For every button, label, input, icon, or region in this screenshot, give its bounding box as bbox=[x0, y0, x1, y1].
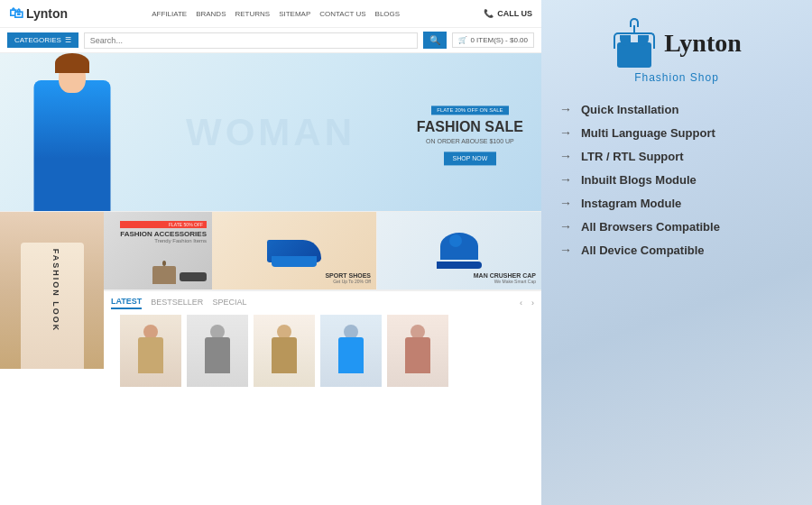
feature-item-3: → Inbuilt Blogs Module bbox=[559, 172, 794, 187]
product-section: FASHION LOOK FLATE bbox=[0, 211, 541, 369]
tab-nav-next[interactable]: › bbox=[531, 298, 534, 308]
accessories-title: FASHION ACCESSORIES bbox=[120, 230, 207, 238]
feature-label-1: Multi Language Support bbox=[581, 126, 715, 140]
feature-item-0: → Quick Installation bbox=[559, 102, 794, 116]
accessories-badge: FLATE 50% OFF bbox=[120, 221, 207, 228]
right-products: FLATE 50% OFF FASHION ACCESSORIES Trendy… bbox=[104, 212, 541, 369]
hero-title: FASHION SALE bbox=[417, 118, 523, 135]
hero-text-area: FLATE 20% OFF ON SALE FASHION SALE ON OR… bbox=[417, 99, 523, 165]
thumb-4[interactable] bbox=[320, 315, 382, 387]
arrow-icon-2: → bbox=[559, 149, 572, 163]
feature-label-6: All Device Compatible bbox=[581, 243, 705, 257]
thumb-1[interactable] bbox=[120, 315, 181, 387]
search-input[interactable] bbox=[84, 32, 419, 49]
nav-brands[interactable]: BRANDS bbox=[196, 10, 226, 18]
tab-latest[interactable]: LATEST bbox=[111, 297, 142, 309]
promo-badge: FLATE 20% OFF ON SALE bbox=[431, 106, 508, 115]
hero-watermark: WOMAN bbox=[186, 111, 355, 154]
logo-icon: 🛍 bbox=[9, 5, 23, 22]
woman-hair bbox=[55, 53, 89, 73]
cart-area[interactable]: 🛒 0 ITEM(S) - $0.00 bbox=[452, 32, 534, 48]
feature-label-4: Instagram Module bbox=[581, 197, 681, 210]
arrow-icon-6: → bbox=[559, 243, 572, 257]
feature-label-3: Inbuilt Blogs Module bbox=[581, 173, 697, 187]
tab-nav-prev[interactable]: ‹ bbox=[520, 298, 522, 308]
logo-text: Lynton bbox=[26, 6, 68, 21]
site-logo: 🛍 Lynton bbox=[9, 5, 68, 22]
bottom-products-area: LATEST BESTSELLER SPECIAL ‹ › bbox=[104, 290, 541, 369]
right-panel: Lynton Fhashion Shop → Quick Installatio… bbox=[541, 0, 812, 505]
accessories-text: FLATE 50% OFF FASHION ACCESSORIES Trendy… bbox=[120, 221, 207, 243]
feature-label-5: All Browsers Compatible bbox=[581, 220, 720, 234]
shoes-text: SPORT SHOES Get Up To 20% Off bbox=[325, 272, 371, 284]
feature-item-6: → All Device Compatible bbox=[559, 243, 794, 257]
feature-item-2: → LTR / RTL Support bbox=[559, 149, 794, 163]
shoes-title: SPORT SHOES bbox=[325, 272, 371, 279]
feature-label-2: LTR / RTL Support bbox=[581, 150, 684, 163]
fashion-look-panel: FASHION LOOK bbox=[0, 212, 104, 369]
brand-hanger-icon bbox=[612, 18, 657, 68]
tab-special[interactable]: SPECIAL bbox=[212, 298, 246, 308]
menu-icon: ☰ bbox=[65, 36, 71, 44]
latest-tabs: LATEST BESTSELLER SPECIAL ‹ › bbox=[111, 297, 534, 309]
nav-affiliate[interactable]: AFFILIATE bbox=[152, 10, 187, 18]
accessories-product: FLATE 50% OFF FASHION ACCESSORIES Trendy… bbox=[104, 212, 212, 289]
arrow-icon-1: → bbox=[559, 125, 572, 140]
brand-name: Lynton bbox=[664, 29, 742, 58]
search-button[interactable]: 🔍 bbox=[423, 32, 447, 49]
nav-contact[interactable]: CONTACT US bbox=[319, 10, 365, 18]
top-products: FLATE 50% OFF FASHION ACCESSORIES Trendy… bbox=[104, 212, 541, 290]
nav-blogs[interactable]: BLOGS bbox=[375, 10, 401, 18]
cart-label: 0 ITEM(S) - $0.00 bbox=[470, 36, 528, 44]
shoes-product: SPORT SHOES Get Up To 20% Off bbox=[212, 212, 377, 289]
woman-dress bbox=[34, 80, 111, 211]
product-right-top: SPORT SHOES Get Up To 20% Off MAN CRUSHE… bbox=[212, 212, 541, 289]
phone-icon: 📞 bbox=[484, 9, 494, 18]
website-preview: 🛍 Lynton AFFILIATE BRANDS RETURNS SITEMA… bbox=[0, 0, 541, 505]
brand-area: Lynton Fhashion Shop bbox=[612, 18, 742, 84]
shirt-collar-left bbox=[620, 35, 631, 46]
fashion-look-label: FASHION LOOK bbox=[52, 249, 61, 333]
tab-bestseller[interactable]: BESTSELLER bbox=[151, 298, 203, 308]
thumb-3[interactable] bbox=[254, 315, 315, 387]
nav-sitemap[interactable]: SITEMAP bbox=[279, 10, 310, 18]
thumb-2[interactable] bbox=[187, 315, 248, 387]
feature-item-1: → Multi Language Support bbox=[559, 125, 794, 140]
nav-returns[interactable]: RETURNS bbox=[235, 10, 270, 18]
arrow-icon-5: → bbox=[559, 219, 572, 234]
feature-item-5: → All Browsers Compatible bbox=[559, 219, 794, 234]
thumb-5[interactable] bbox=[387, 315, 448, 387]
hero-banner: WOMAN FLATE 20% OFF ON SALE FASHION SALE… bbox=[0, 53, 541, 211]
shop-now-button[interactable]: SHOP NOW bbox=[444, 152, 497, 165]
site-nav: AFFILIATE BRANDS RETURNS SITEMAP CONTACT… bbox=[152, 10, 400, 18]
shirt-collar-right bbox=[638, 35, 649, 46]
site-header: 🛍 Lynton AFFILIATE BRANDS RETURNS SITEMA… bbox=[0, 0, 541, 28]
category-bar: CATEGORIES ☰ 🔍 🛒 0 ITEM(S) - $0.00 bbox=[0, 28, 541, 53]
cap-title: MAN CRUSHER CAP bbox=[474, 272, 536, 279]
call-area: 📞 CALL US bbox=[484, 9, 532, 18]
hanger-bar bbox=[633, 25, 635, 32]
shirt-body bbox=[617, 42, 651, 68]
cap-product: MAN CRUSHER CAP We Make Smart Cap bbox=[377, 212, 541, 289]
feature-item-4: → Instagram Module bbox=[559, 196, 794, 210]
product-thumbnails bbox=[111, 315, 534, 392]
features-list: → Quick Installation → Multi Language Su… bbox=[559, 102, 794, 257]
call-label: CALL US bbox=[497, 9, 532, 18]
accessories-subtitle: Trendy Fashion Items bbox=[120, 238, 207, 243]
hero-subtitle: ON ORDER ABOUSE $100 UP bbox=[417, 138, 523, 144]
brand-tagline: Fhashion Shop bbox=[634, 71, 719, 84]
arrow-icon-0: → bbox=[559, 102, 572, 116]
arrow-icon-3: → bbox=[559, 172, 572, 187]
cap-text: MAN CRUSHER CAP We Make Smart Cap bbox=[474, 272, 536, 284]
cart-icon: 🛒 bbox=[458, 36, 467, 44]
brand-logo-wrapper: Lynton bbox=[612, 18, 742, 68]
hero-woman-figure bbox=[14, 53, 131, 211]
categories-label: CATEGORIES bbox=[14, 36, 61, 44]
arrow-icon-4: → bbox=[559, 196, 572, 210]
categories-button[interactable]: CATEGORIES ☰ bbox=[7, 32, 78, 48]
shoes-subtitle: Get Up To 20% Off bbox=[325, 279, 371, 284]
feature-label-0: Quick Installation bbox=[581, 103, 678, 116]
cap-subtitle: We Make Smart Cap bbox=[474, 279, 536, 284]
